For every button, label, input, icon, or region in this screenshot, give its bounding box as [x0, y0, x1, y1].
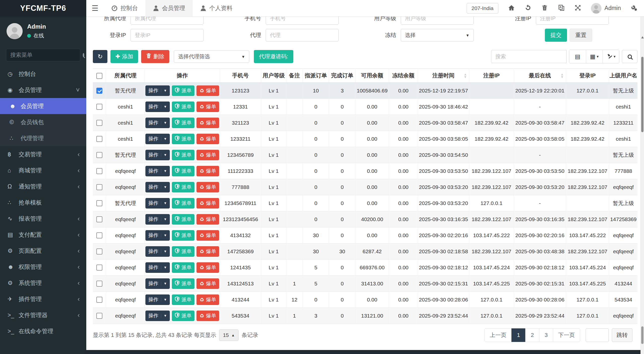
row-checkbox[interactable] [96, 136, 102, 142]
server-select-button[interactable]: 207-India [467, 3, 498, 14]
row-action-menu-button[interactable]: 操作▼ [145, 182, 170, 192]
row-burst-button[interactable]: ♻爆单 [196, 214, 219, 225]
page-button-上一页[interactable]: 上一页 [485, 328, 512, 342]
row-checkbox[interactable] [96, 313, 102, 319]
row-burst-button[interactable]: ♻爆单 [196, 134, 219, 144]
row-burst-button[interactable]: ♻爆单 [196, 166, 219, 176]
row-checkbox[interactable] [96, 168, 102, 174]
scrollbar-thumb[interactable] [641, 57, 643, 132]
row-dispatch-button[interactable]: 派单 [172, 118, 194, 128]
app-logo[interactable]: YFCMF-TP6 [0, 0, 86, 17]
sidebar-item-控制台[interactable]: ◷控制台 [0, 66, 86, 82]
row-burst-button[interactable]: ♻爆单 [196, 118, 219, 128]
row-checkbox[interactable] [96, 297, 102, 303]
row-burst-button[interactable]: ♻爆单 [196, 262, 219, 273]
row-action-menu-button[interactable]: 操作▼ [145, 134, 170, 144]
sidebar-item-通知管理[interactable]: Ω通知管理‹ [0, 178, 86, 194]
row-dispatch-button[interactable]: 派单 [172, 102, 194, 112]
sidebar-item-系统管理[interactable]: ⚙系统管理‹ [0, 275, 86, 291]
scrollbar-up-arrow[interactable] [641, 36, 644, 38]
row-action-menu-button[interactable]: 操作▼ [145, 166, 170, 176]
row-burst-button[interactable]: ♻爆单 [196, 150, 219, 160]
sidebar-item-商城管理[interactable]: ⌂商城管理‹ [0, 162, 86, 178]
sort-icon[interactable]: ▲▼ [464, 73, 467, 78]
row-checkbox[interactable] [96, 232, 102, 238]
vertical-scrollbar[interactable] [640, 17, 644, 354]
row-dispatch-button[interactable]: 派单 [172, 198, 194, 209]
row-checkbox[interactable] [96, 120, 102, 126]
columns-button[interactable]: ▦▾ [586, 50, 602, 63]
table-search-input[interactable] [491, 50, 567, 63]
row-dispatch-button[interactable]: 派单 [172, 278, 194, 289]
row-checkbox[interactable] [96, 88, 102, 94]
sidebar-item-会员钱包[interactable]: ©会员钱包 [0, 114, 86, 130]
scrollbar-thumb-lower[interactable] [641, 326, 643, 344]
row-burst-button[interactable]: ♻爆单 [196, 85, 219, 96]
page-size-select[interactable]: 15 ▲ [219, 329, 238, 341]
row-action-menu-button[interactable]: 操作▼ [145, 214, 170, 225]
row-checkbox[interactable] [96, 104, 102, 110]
page-button-下一页[interactable]: 下一页 [553, 328, 580, 342]
row-dispatch-button[interactable]: 派单 [172, 311, 194, 321]
page-button-2[interactable]: 2 [525, 328, 539, 342]
sort-icon[interactable]: ▲▼ [560, 73, 564, 78]
row-action-menu-button[interactable]: 操作▼ [145, 118, 170, 128]
row-dispatch-button[interactable]: 派单 [172, 182, 194, 192]
row-dispatch-button[interactable]: 派单 [172, 230, 194, 241]
row-checkbox[interactable] [96, 184, 102, 190]
sidebar-item-会员管理[interactable]: ☻会员管理 [0, 98, 86, 114]
row-checkbox[interactable] [96, 200, 102, 206]
sidebar-item-权限管理[interactable]: ☻权限管理‹ [0, 259, 86, 275]
agent-input[interactable] [266, 29, 339, 41]
row-burst-button[interactable]: ♻爆单 [196, 294, 219, 305]
row-action-menu-button[interactable]: 操作▼ [145, 278, 170, 289]
row-checkbox[interactable] [96, 248, 102, 255]
user-menu[interactable]: Admin [591, 3, 621, 14]
select-all-checkbox[interactable] [96, 73, 102, 79]
submit-button[interactable]: 提交 [545, 29, 567, 42]
row-burst-button[interactable]: ♻爆单 [196, 311, 219, 321]
row-dispatch-button[interactable]: 派单 [172, 214, 194, 225]
jump-button[interactable]: 跳转 [612, 328, 632, 342]
sidebar-item-插件管理[interactable]: ✈插件管理‹ [0, 291, 86, 307]
page-button-3[interactable]: 3 [539, 328, 553, 342]
home-button[interactable] [508, 4, 515, 12]
row-dispatch-button[interactable]: 派单 [172, 294, 194, 305]
sidebar-toggle-button[interactable]: ☰ [86, 0, 104, 16]
row-action-menu-button[interactable]: 操作▼ [145, 198, 170, 209]
clear-cache-button[interactable] [541, 4, 548, 12]
row-burst-button[interactable]: ♻爆单 [196, 198, 219, 209]
row-checkbox[interactable] [96, 216, 102, 222]
row-dispatch-button[interactable]: 派单 [172, 166, 194, 176]
row-action-menu-button[interactable]: 操作▼ [145, 294, 170, 305]
refresh-button[interactable]: ↻ [93, 50, 107, 63]
row-burst-button[interactable]: ♻爆单 [196, 102, 219, 112]
row-action-menu-button[interactable]: 操作▼ [145, 102, 170, 112]
row-dispatch-button[interactable]: 派单 [172, 85, 194, 96]
row-dispatch-button[interactable]: 派单 [172, 134, 194, 144]
col-header-注册时间[interactable]: 注册时间▲▼ [418, 69, 469, 83]
sidebar-item-支付配置[interactable]: ▤支付配置‹ [0, 227, 86, 243]
row-dispatch-button[interactable]: 派单 [172, 246, 194, 257]
sidebar-item-抢单模板[interactable]: ∴抢单模板 [0, 194, 86, 211]
agent-filter-select[interactable]: 选择代理筛选 ▼ [174, 50, 249, 63]
jump-page-input[interactable] [586, 328, 609, 342]
row-action-menu-button[interactable]: 操作▼ [145, 262, 170, 273]
nav-tab-控制台[interactable]: 控制台 [104, 0, 145, 16]
nav-tab-个人资料[interactable]: 个人资料 [193, 0, 240, 16]
agent-invite-code-button[interactable]: 代理邀请码: [254, 50, 293, 63]
col-header-最后在线[interactable]: 最后在线▲▼ [514, 69, 566, 83]
sidebar-item-文件管理器[interactable]: >_文件管理器‹ [0, 307, 86, 323]
row-action-menu-button[interactable]: 操作▼ [145, 230, 170, 241]
row-burst-button[interactable]: ♻爆单 [196, 278, 219, 289]
reset-button[interactable]: 重置 [570, 29, 592, 42]
freeze-select[interactable]: 选择 ▼ [401, 29, 474, 41]
sidebar-item-在线命令管理[interactable]: >_在线命令管理 [0, 323, 86, 339]
add-button[interactable]: ✚添加 [110, 50, 138, 63]
list-view-button[interactable]: ▤ [569, 50, 586, 63]
page-button-1[interactable]: 1 [511, 328, 526, 342]
sidebar-item-页面配置[interactable]: ⚙页面配置‹ [0, 243, 86, 259]
nav-tab-会员管理[interactable]: 会员管理 [145, 0, 193, 16]
settings-button[interactable] [630, 4, 637, 12]
refresh-page-button[interactable] [525, 4, 532, 12]
